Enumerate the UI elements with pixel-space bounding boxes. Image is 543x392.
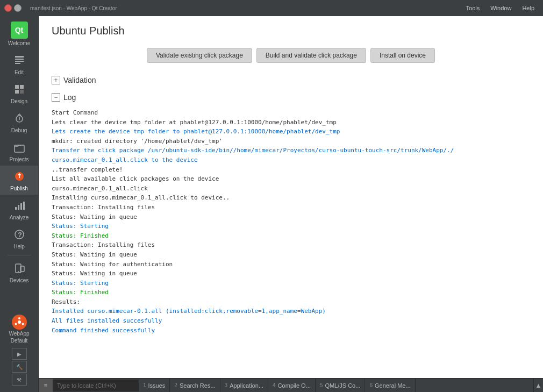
log-line: Status: Waiting in queue — [52, 250, 530, 260]
ubuntu-icon — [12, 315, 27, 330]
hammer-button[interactable]: ⚒ — [12, 374, 27, 386]
log-line: Transaction: Installing files — [52, 240, 530, 250]
svg-rect-5 — [20, 85, 24, 89]
sidebar-toggle[interactable]: ≡ — [39, 379, 53, 393]
sidebar-item-debug[interactable]: Debug — [0, 108, 38, 137]
help-icon: ? — [12, 227, 27, 242]
sidebar-label-help: Help — [13, 244, 25, 250]
log-line: Status: Finished — [52, 231, 530, 241]
build-run-button[interactable]: 🔨 — [12, 361, 27, 373]
validate-button[interactable]: Validate existing click package — [147, 48, 252, 63]
validation-section: + Validation — [52, 76, 530, 84]
tabs-scroll-up[interactable]: ▲ — [533, 379, 543, 393]
tabs-container: 1Issues2Search Res...3Application...4Com… — [139, 379, 533, 393]
analyze-icon — [12, 198, 27, 213]
sidebar-label-projects: Projects — [9, 156, 28, 162]
page-title: Ubuntu Publish — [52, 25, 530, 37]
sidebar-label-analyze: Analyze — [10, 215, 29, 220]
sidebar-item-edit[interactable]: Edit — [0, 49, 38, 79]
search-input[interactable] — [53, 380, 139, 391]
sidebar-item-welcome[interactable]: Qt Welcome — [0, 18, 38, 49]
bottom-tab-compileo[interactable]: 4Compile O... — [268, 379, 316, 393]
build-validate-button[interactable]: Build and validate click package — [256, 48, 366, 63]
svg-rect-3 — [15, 63, 20, 64]
devices-icon — [12, 261, 27, 276]
log-line: Status: Finished — [52, 288, 530, 297]
svg-rect-0 — [15, 56, 24, 58]
webapp-section[interactable]: WebApp Default — [0, 312, 38, 346]
qt-icon: Qt — [11, 22, 28, 39]
log-toggle[interactable]: − — [52, 93, 60, 102]
svg-rect-7 — [20, 90, 24, 94]
sidebar-label-publish: Publish — [10, 186, 28, 191]
log-line: Results: — [52, 297, 530, 307]
default-label: Default — [11, 338, 28, 344]
svg-rect-13 — [18, 205, 19, 210]
sidebar-label-design: Design — [11, 98, 27, 104]
log-section: − Log Start CommandLets clear the device… — [52, 93, 530, 337]
svg-rect-1 — [15, 59, 24, 60]
webapp-label: WebApp — [9, 331, 29, 337]
bottom-tab-qmljsco[interactable]: 5QML/JS Co... — [316, 379, 366, 393]
menu-bar: Tools Window Help — [122, 5, 539, 11]
bottom-tab-issues[interactable]: 1Issues — [139, 379, 170, 393]
sidebar-item-projects[interactable]: Projects — [0, 137, 38, 166]
svg-point-24 — [22, 323, 24, 325]
sidebar-item-help[interactable]: ? Help — [0, 224, 38, 253]
menu-tools[interactable]: Tools — [466, 5, 480, 11]
action-buttons: Validate existing click package Build an… — [52, 48, 530, 63]
sidebar-label-devices: Devices — [10, 277, 29, 283]
svg-rect-15 — [23, 202, 25, 210]
sidebar-divider — [8, 255, 31, 255]
window-controls[interactable] — [4, 4, 22, 12]
sidebar-item-devices[interactable]: Devices — [0, 258, 38, 287]
sidebar-label-edit: Edit — [15, 69, 24, 75]
bottom-tab-application[interactable]: 3Application... — [220, 379, 269, 393]
log-line: Status: Waiting in queue — [52, 269, 530, 279]
log-line: Status: Starting — [52, 222, 530, 231]
debug-icon — [12, 111, 27, 126]
log-line: curso.mimecar_0.1_all.click — [52, 184, 530, 194]
log-line: Lets clear the device tmp folder at phab… — [52, 118, 530, 127]
svg-point-23 — [18, 317, 20, 319]
log-line: Status: Waiting for authentication — [52, 260, 530, 269]
titlebar: manifest.json - WebApp - Qt Creator Tool… — [0, 0, 543, 16]
validation-label: Validation — [63, 76, 96, 84]
validation-toggle[interactable]: + — [52, 76, 60, 84]
run-controls: ▶ 🔨 ⚒ — [10, 346, 29, 388]
minimize-button[interactable] — [14, 4, 22, 12]
projects-icon — [12, 140, 27, 155]
bottom-tab-searchres[interactable]: 2Search Res... — [170, 379, 220, 393]
content-area: Ubuntu Publish Validate existing click p… — [39, 16, 543, 392]
log-header[interactable]: − Log — [52, 93, 530, 102]
install-button[interactable]: Install on device — [370, 48, 435, 63]
validation-header[interactable]: + Validation — [52, 76, 530, 84]
sidebar-item-analyze[interactable]: Analyze — [0, 195, 38, 224]
bottom-tab-generalme[interactable]: 6General Me... — [365, 379, 415, 393]
menu-help[interactable]: Help — [522, 5, 534, 11]
run-button[interactable]: ▶ — [12, 348, 27, 360]
sidebar-label-welcome: Welcome — [8, 40, 31, 46]
log-line: All files installed succesfully — [52, 316, 530, 326]
edit-icon — [12, 53, 27, 68]
svg-point-25 — [15, 323, 17, 325]
svg-rect-6 — [15, 90, 19, 94]
menu-window[interactable]: Window — [490, 5, 511, 11]
svg-rect-12 — [15, 207, 17, 210]
sidebar: Qt Welcome Edit — [0, 16, 39, 392]
log-line: Installing curso.mimecar_0.1_all.click t… — [52, 193, 530, 203]
publish-icon — [12, 169, 27, 184]
log-line: Status: Waiting in queue — [52, 212, 530, 222]
sidebar-item-publish[interactable]: Publish — [0, 166, 38, 195]
log-line: Installed curso.mimecar-0.1.all (install… — [52, 307, 530, 316]
svg-point-22 — [18, 320, 21, 324]
titlebar-title: manifest.json - WebApp - Qt Creator — [30, 5, 117, 11]
log-line: Command finished successfully — [52, 326, 530, 336]
close-button[interactable] — [4, 4, 12, 12]
page-content: Ubuntu Publish Validate existing click p… — [39, 16, 543, 378]
log-line: Transfer the click package /usr/ubuntu-s… — [52, 146, 530, 165]
log-line: ..transfer complete! — [52, 165, 530, 175]
svg-rect-14 — [20, 203, 22, 210]
sidebar-label-debug: Debug — [11, 127, 27, 133]
sidebar-item-design[interactable]: Design — [0, 79, 38, 108]
